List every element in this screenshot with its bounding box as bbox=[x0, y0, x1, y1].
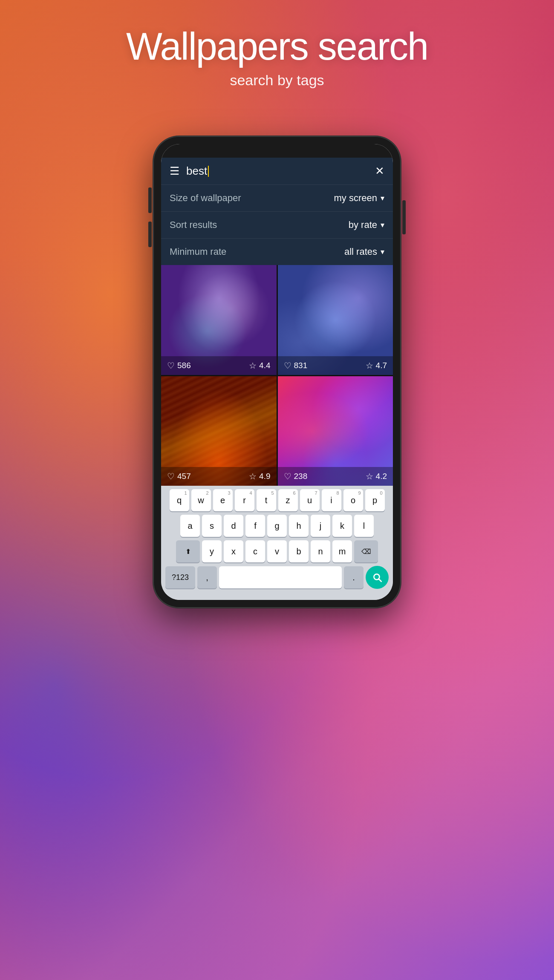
heart-icon-2: ♡ bbox=[284, 360, 291, 371]
filter-sort-text: by rate bbox=[349, 219, 377, 231]
key-x[interactable]: x bbox=[224, 540, 243, 562]
key-w-num: 2 bbox=[206, 490, 208, 496]
star-icon-3: ☆ bbox=[249, 471, 257, 481]
star-icon-4: ☆ bbox=[366, 471, 373, 481]
wallpaper-rating-2: ☆ 4.7 bbox=[366, 360, 387, 371]
filter-size-dropdown-icon: ▾ bbox=[381, 193, 384, 203]
period-key[interactable]: . bbox=[344, 566, 364, 588]
keyboard-row-1: 1 q 2 w 3 e 4 r bbox=[163, 489, 391, 511]
key-g[interactable]: g bbox=[267, 515, 287, 537]
key-q[interactable]: 1 q bbox=[170, 489, 189, 511]
key-i-num: 8 bbox=[336, 490, 339, 496]
filter-row-size[interactable]: Size of wallpaper my screen ▾ bbox=[161, 184, 393, 211]
filter-sort-dropdown-icon: ▾ bbox=[381, 220, 384, 230]
comma-key[interactable]: , bbox=[197, 566, 217, 588]
backspace-key[interactable]: ⌫ bbox=[354, 540, 378, 562]
search-query: best bbox=[186, 164, 207, 178]
key-o-num: 9 bbox=[358, 490, 361, 496]
key-o[interactable]: 9 o bbox=[343, 489, 363, 511]
key-y[interactable]: y bbox=[202, 540, 222, 562]
filter-sort-label: Sort results bbox=[170, 219, 217, 231]
key-m[interactable]: m bbox=[332, 540, 352, 562]
filter-row-minrate[interactable]: Minimum rate all rates ▾ bbox=[161, 238, 393, 265]
key-w[interactable]: 2 w bbox=[191, 489, 211, 511]
filter-row-sort[interactable]: Sort results by rate ▾ bbox=[161, 211, 393, 238]
key-v[interactable]: v bbox=[267, 540, 287, 562]
text-cursor bbox=[208, 166, 209, 177]
key-l[interactable]: l bbox=[354, 515, 374, 537]
rating-value-2: 4.7 bbox=[376, 361, 387, 370]
rating-value-3: 4.9 bbox=[259, 472, 270, 481]
close-icon[interactable]: ✕ bbox=[375, 164, 384, 178]
backspace-icon: ⌫ bbox=[361, 548, 371, 556]
key-c[interactable]: c bbox=[245, 540, 265, 562]
search-input-area[interactable]: best bbox=[186, 164, 368, 178]
wallpaper-likes-3: ♡ 457 bbox=[167, 471, 191, 481]
filter-size-text: my screen bbox=[334, 193, 377, 204]
heart-icon-3: ♡ bbox=[167, 471, 175, 481]
star-icon-2: ☆ bbox=[366, 360, 373, 371]
key-r-num: 4 bbox=[249, 490, 252, 496]
key-s[interactable]: s bbox=[202, 515, 222, 537]
period-label: . bbox=[352, 573, 355, 582]
key-z-label: z bbox=[286, 496, 290, 505]
key-i-label: i bbox=[330, 496, 332, 505]
wallpaper-grid: ♡ 586 ☆ 4.4 ♡ 831 bbox=[161, 265, 393, 486]
notch bbox=[251, 146, 303, 156]
key-z-num: 6 bbox=[293, 490, 295, 496]
key-i[interactable]: 8 i bbox=[322, 489, 341, 511]
wallpaper-item-3[interactable]: ♡ 457 ☆ 4.9 bbox=[161, 376, 277, 486]
key-d[interactable]: d bbox=[224, 515, 243, 537]
key-r[interactable]: 4 r bbox=[235, 489, 254, 511]
key-b[interactable]: b bbox=[289, 540, 309, 562]
keyboard-bottom-bar bbox=[163, 591, 391, 600]
key-e[interactable]: 3 e bbox=[213, 489, 233, 511]
space-key[interactable] bbox=[219, 566, 342, 588]
filter-minrate-dropdown-icon: ▾ bbox=[381, 247, 384, 257]
shift-icon: ⬆ bbox=[185, 548, 191, 556]
key-t-num: 5 bbox=[271, 490, 274, 496]
key-u-num: 7 bbox=[315, 490, 317, 496]
wallpaper-overlay-1: ♡ 586 ☆ 4.4 bbox=[161, 356, 277, 375]
wallpaper-item-4[interactable]: ♡ 238 ☆ 4.2 bbox=[278, 376, 393, 486]
key-h[interactable]: h bbox=[289, 515, 309, 537]
search-bar: ☰ best ✕ bbox=[161, 158, 393, 184]
num-sym-key[interactable]: ?123 bbox=[165, 566, 195, 588]
wallpaper-item-1[interactable]: ♡ 586 ☆ 4.4 bbox=[161, 265, 277, 375]
notch-bar bbox=[161, 144, 393, 158]
key-t[interactable]: 5 t bbox=[257, 489, 276, 511]
key-p[interactable]: 0 p bbox=[365, 489, 385, 511]
key-q-label: q bbox=[177, 496, 182, 505]
key-w-label: w bbox=[198, 496, 204, 505]
search-icon bbox=[372, 572, 383, 583]
key-k[interactable]: k bbox=[332, 515, 352, 537]
filter-section: Size of wallpaper my screen ▾ Sort resul… bbox=[161, 184, 393, 265]
key-u[interactable]: 7 u bbox=[300, 489, 320, 511]
key-r-label: r bbox=[243, 496, 246, 505]
shift-key[interactable]: ⬆ bbox=[176, 540, 200, 562]
key-e-label: e bbox=[220, 496, 225, 505]
page-subtitle: search by tags bbox=[0, 72, 554, 89]
heart-icon-1: ♡ bbox=[167, 360, 175, 371]
key-p-label: p bbox=[372, 496, 377, 505]
key-o-label: o bbox=[351, 496, 355, 505]
wallpaper-overlay-4: ♡ 238 ☆ 4.2 bbox=[278, 467, 393, 486]
key-z[interactable]: 6 z bbox=[278, 489, 298, 511]
hamburger-icon[interactable]: ☰ bbox=[170, 164, 179, 178]
wallpaper-rating-4: ☆ 4.2 bbox=[366, 471, 387, 481]
filter-minrate-value[interactable]: all rates ▾ bbox=[344, 246, 384, 257]
volume-up-button bbox=[148, 187, 152, 213]
key-a[interactable]: a bbox=[180, 515, 200, 537]
key-j[interactable]: j bbox=[311, 515, 330, 537]
wallpaper-rating-3: ☆ 4.9 bbox=[249, 471, 270, 481]
keyboard-search-button[interactable] bbox=[366, 566, 389, 589]
key-n[interactable]: n bbox=[311, 540, 330, 562]
key-f[interactable]: f bbox=[245, 515, 265, 537]
filter-sort-value[interactable]: by rate ▾ bbox=[349, 219, 384, 231]
keyboard-row-bottom: ?123 , . bbox=[163, 566, 391, 589]
filter-minrate-text: all rates bbox=[344, 246, 377, 257]
key-u-label: u bbox=[307, 496, 312, 505]
phone-frame: ☰ best ✕ Size of wallpaper my screen ▾ bbox=[153, 136, 401, 608]
filter-size-value[interactable]: my screen ▾ bbox=[334, 193, 384, 204]
wallpaper-item-2[interactable]: ♡ 831 ☆ 4.7 bbox=[278, 265, 393, 375]
